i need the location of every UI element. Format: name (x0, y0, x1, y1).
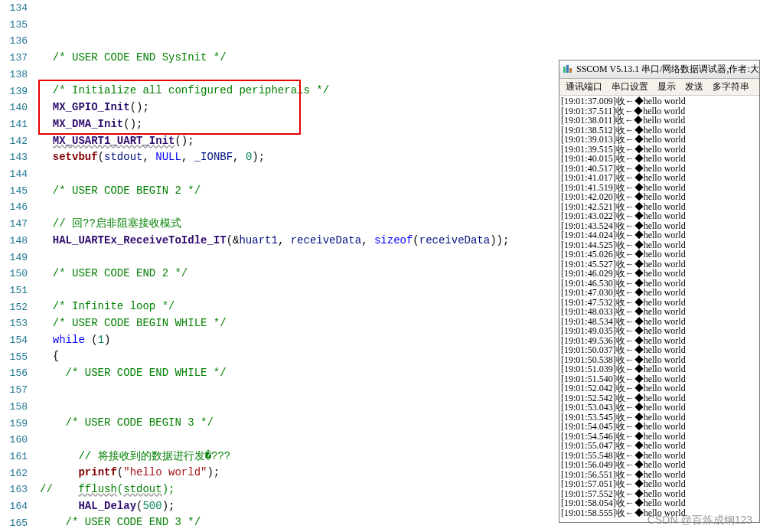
line-number: 135 (0, 17, 28, 34)
line-number: 137 (0, 50, 28, 67)
sscom-log-line: [19:01:53.043]收←◆hello world (561, 403, 758, 413)
sscom-log-line: [19:01:41.017]收←◆hello world (561, 173, 758, 183)
line-number: 140 (0, 100, 28, 116)
line-number: 162 (0, 465, 28, 482)
line-number: 145 (0, 183, 28, 200)
sscom-titlebar[interactable]: SSCOM V5.13.1 串口/网络数据调试器,作者:大 (559, 60, 759, 79)
line-number: 165 (0, 515, 28, 532)
sscom-log-line: [19:01:50.037]收←◆hello world (561, 345, 758, 355)
sscom-menu-item[interactable]: 串口设置 (612, 80, 648, 93)
sscom-log-line: [19:01:43.022]收←◆hello world (561, 211, 758, 221)
sscom-log-line: [19:01:44.024]收←◆hello world (561, 230, 758, 240)
line-number: 154 (0, 332, 28, 349)
sscom-menu-item[interactable]: 多字符串 (713, 80, 749, 93)
sscom-window[interactable]: SSCOM V5.13.1 串口/网络数据调试器,作者:大 通讯端口串口设置显示… (559, 60, 760, 523)
line-number: 143 (0, 149, 28, 166)
svg-rect-2 (569, 68, 572, 73)
sscom-menubar[interactable]: 通讯端口串口设置显示发送多字符串 (559, 79, 759, 96)
line-number: 155 (0, 349, 28, 366)
sscom-menu-item[interactable]: 通讯端口 (566, 80, 602, 93)
line-number: 157 (0, 382, 28, 399)
sscom-log-line: [19:01:55.047]收←◆hello world (561, 441, 758, 451)
sscom-log-line: [19:01:38.011]收←◆hello world (561, 116, 758, 126)
line-number: 159 (0, 416, 28, 432)
line-number: 134 (0, 0, 28, 17)
line-number: 138 (0, 67, 28, 83)
sscom-log-line: [19:01:39.013]收←◆hello world (561, 135, 758, 145)
sscom-log-line: [19:01:42.020]收←◆hello world (561, 192, 758, 202)
sscom-log-line: [19:01:45.026]收←◆hello world (561, 250, 758, 259)
sscom-log-line: [19:01:51.039]收←◆hello world (561, 364, 758, 374)
sscom-menu-item[interactable]: 显示 (657, 80, 676, 93)
sscom-menu-item[interactable]: 发送 (685, 80, 703, 93)
sscom-log-line: [19:01:57.051]收←◆hello world (561, 479, 758, 489)
sscom-log-line: [19:01:47.030]收←◆hello world (561, 288, 758, 298)
sscom-log-line: [19:01:46.029]收←◆hello world (561, 269, 758, 279)
line-number: 147 (0, 216, 28, 233)
sscom-log-line: [19:01:52.042]收←◆hello world (561, 383, 758, 393)
line-number: 156 (0, 365, 28, 382)
sscom-log-line: [19:01:37.009]收←◆hello world (561, 96, 758, 106)
sscom-log-line: [19:01:54.045]收←◆hello world (561, 422, 758, 432)
sscom-log-line: [19:01:40.015]收←◆hello world (561, 154, 758, 164)
line-number: 136 (0, 33, 28, 50)
sscom-log-area[interactable]: [19:01:37.009]收←◆hello world[19:01:37.51… (559, 96, 759, 522)
line-number: 152 (0, 299, 28, 316)
svg-rect-1 (566, 65, 569, 73)
line-number: 163 (0, 481, 28, 498)
line-number: 142 (0, 133, 28, 150)
sscom-app-icon (563, 64, 573, 75)
line-number: 150 (0, 266, 28, 282)
sscom-log-line: [19:01:58.555]收←◆hello world (561, 508, 758, 518)
line-number: 164 (0, 498, 28, 515)
sscom-log-line: [19:01:58.054]收←◆hello world (561, 498, 758, 508)
line-number: 153 (0, 315, 28, 332)
line-number: 151 (0, 282, 28, 299)
svg-rect-0 (563, 67, 566, 73)
line-number: 144 (0, 166, 28, 183)
line-number: 141 (0, 116, 28, 133)
sscom-log-line: [19:01:48.033]收←◆hello world (561, 307, 758, 317)
line-number: 158 (0, 399, 28, 416)
sscom-log-line: [19:01:56.049]收←◆hello world (561, 460, 758, 470)
line-number: 161 (0, 449, 28, 465)
line-number: 139 (0, 83, 28, 100)
line-number-gutter: 1341351361371381391401411421431441451461… (0, 0, 37, 532)
sscom-title: SSCOM V5.13.1 串口/网络数据调试器,作者:大 (576, 63, 759, 76)
sscom-log-line: [19:01:49.035]收←◆hello world (561, 326, 758, 336)
line-number: 148 (0, 233, 28, 250)
line-number: 149 (0, 250, 28, 266)
line-number: 160 (0, 432, 28, 449)
line-number: 146 (0, 199, 28, 216)
